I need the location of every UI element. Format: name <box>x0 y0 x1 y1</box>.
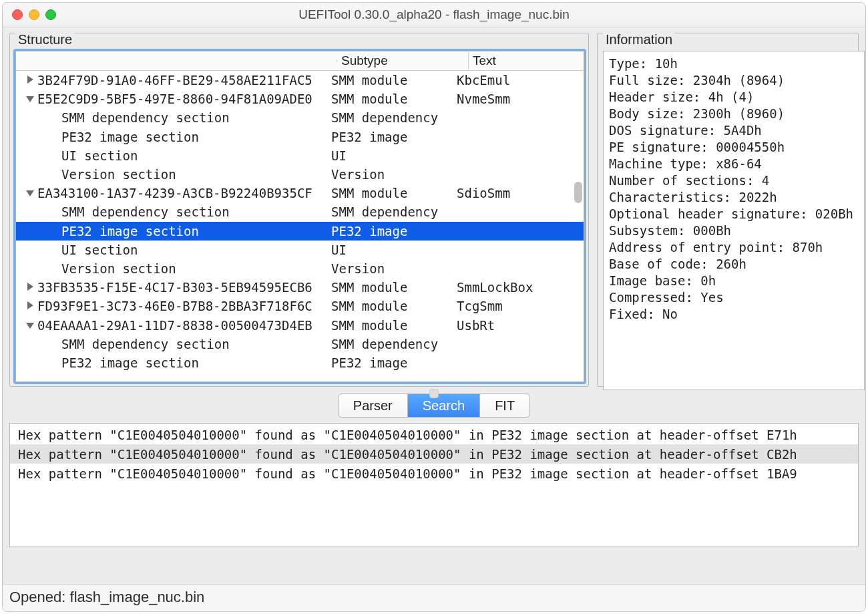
tree-header: Subtype Text <box>16 51 584 71</box>
tree-scrollbar-thumb[interactable] <box>574 182 582 203</box>
tree-row-subtype: Version <box>329 261 454 276</box>
tree-row-subtype: SMM dependency <box>329 204 454 219</box>
search-results[interactable]: Hex pattern "C1E0040504010000" found as … <box>9 423 859 547</box>
info-line: Image base: 0h <box>609 273 859 289</box>
chevron-right-icon[interactable] <box>24 75 36 86</box>
info-line: Subsystem: 000Bh <box>609 222 859 239</box>
tree-row-name: 3B24F79D-91A0-46FF-BE29-458AE211FAC5 <box>36 73 312 88</box>
info-line: Type: 10h <box>609 55 859 72</box>
tree-row-subtype: SMM module <box>329 299 454 313</box>
tree-row[interactable]: 04EAAAA1-29A1-11D7-8838-00500473D4EBSMM … <box>16 315 584 334</box>
info-line: Address of entry point: 870h <box>609 239 859 256</box>
tree-row-text: SmmLockBox <box>454 280 584 295</box>
tree-row[interactable]: UI sectionUI <box>16 241 584 259</box>
tree-row[interactable]: 33FB3535-F15E-4C17-B303-5EB94595ECB6SMM … <box>16 278 584 297</box>
chevron-right-icon[interactable] <box>24 301 36 311</box>
tree-row-text: TcgSmm <box>454 299 584 313</box>
info-line: Header size: 4h (4) <box>609 89 859 106</box>
pane-splitter[interactable]: Parser Search FIT <box>9 392 859 418</box>
info-line: Optional header signature: 020Bh <box>609 206 859 222</box>
structure-group: Structure Subtype Text 3B24F79D-91A0-46F… <box>9 33 589 387</box>
tree-row[interactable]: Version sectionVersion <box>16 259 584 278</box>
tree-row-name: PE32 image section <box>60 224 199 239</box>
tree-row-name: EA343100-1A37-4239-A3CB-B92240B935CF <box>36 186 312 200</box>
tree-row-text: SdioSmm <box>454 186 584 200</box>
tab-fit[interactable]: FIT <box>480 394 529 417</box>
information-panel: Type: 10hFull size: 2304h (8964)Header s… <box>603 51 865 390</box>
tree-row[interactable]: PE32 image sectionPE32 image <box>16 353 584 372</box>
tree-row[interactable]: SMM dependency sectionSMM dependency <box>16 202 584 221</box>
structure-tree[interactable]: Subtype Text 3B24F79D-91A0-46FF-BE29-458… <box>15 51 584 382</box>
tree-scrollbar[interactable] <box>574 72 582 381</box>
tree-row-subtype: Version <box>329 167 454 182</box>
information-group: Information Type: 10hFull size: 2304h (8… <box>597 33 859 387</box>
tree-row[interactable]: Version sectionVersion <box>16 165 584 184</box>
tree-row[interactable]: SMM dependency sectionSMM dependency <box>16 108 584 127</box>
tree-row-name: Version section <box>60 167 176 182</box>
chevron-right-icon[interactable] <box>24 282 36 293</box>
tree-row-subtype: SMM module <box>329 280 454 295</box>
content-area: Structure Subtype Text 3B24F79D-91A0-46F… <box>3 27 865 584</box>
tree-row-name: SMM dependency section <box>60 204 230 219</box>
tree-row[interactable]: 3B24F79D-91A0-46FF-BE29-458AE211FAC5SMM … <box>16 71 584 90</box>
information-title: Information <box>603 32 675 47</box>
tree-row[interactable]: UI sectionUI <box>16 146 584 165</box>
info-line: Number of sections: 4 <box>609 172 859 189</box>
col-header-subtype[interactable]: Subtype <box>337 52 469 69</box>
tree-row-text: NvmeSmm <box>454 92 584 106</box>
tree-row-subtype: SMM module <box>329 73 454 88</box>
tree-row-name: 33FB3535-F15E-4C17-B303-5EB94595ECB6 <box>36 280 312 295</box>
tab-parser[interactable]: Parser <box>339 394 408 417</box>
tree-row-name: UI section <box>60 148 138 163</box>
tree-row-name: SMM dependency section <box>60 337 230 351</box>
chevron-down-icon[interactable] <box>24 320 36 331</box>
tree-row[interactable]: E5E2C9D9-5BF5-497E-8860-94F81A09ADE0SMM … <box>16 90 584 108</box>
tree-row[interactable]: EA343100-1A37-4239-A3CB-B92240B935CFSMM … <box>16 184 584 202</box>
tree-row-name: PE32 image section <box>60 130 199 144</box>
tab-search[interactable]: Search <box>408 394 480 417</box>
tree-row-text: UsbRt <box>454 318 584 333</box>
tree-row-name: Version section <box>60 261 176 276</box>
app-window: UEFITool 0.30.0_alpha20 - flash_image_nu… <box>2 2 866 612</box>
info-line: Characteristics: 2022h <box>609 189 859 206</box>
chevron-down-icon[interactable] <box>24 188 36 198</box>
search-result-row[interactable]: Hex pattern "C1E0040504010000" found as … <box>10 444 858 464</box>
search-result-row[interactable]: Hex pattern "C1E0040504010000" found as … <box>10 425 858 444</box>
tree-row-subtype: UI <box>329 148 454 163</box>
info-line: PE signature: 00004550h <box>609 139 859 156</box>
tree-row-subtype: SMM module <box>329 92 454 106</box>
splitter-handle-icon[interactable] <box>429 389 439 398</box>
status-bar: Opened: flash_image_nuc.bin <box>3 584 865 611</box>
tree-row[interactable]: SMM dependency sectionSMM dependency <box>16 335 584 353</box>
tree-row-name: UI section <box>60 243 138 257</box>
status-text: Opened: flash_image_nuc.bin <box>9 589 204 605</box>
tree-row-subtype: SMM dependency <box>329 337 454 351</box>
tree-row-subtype: SMM module <box>329 318 454 333</box>
tree-row[interactable]: PE32 image sectionPE32 image <box>16 128 584 146</box>
info-line: Body size: 2300h (8960) <box>609 106 859 122</box>
tree-row-name: FD93F9E1-3C73-46E0-B7B8-2BBA3F718F6C <box>36 299 312 313</box>
tree-row[interactable]: PE32 image sectionPE32 image <box>16 222 584 241</box>
info-line: Base of code: 260h <box>609 256 859 273</box>
search-result-row[interactable]: Hex pattern "C1E0040504010000" found as … <box>10 464 858 483</box>
tree-row[interactable]: FD93F9E1-3C73-46E0-B7B8-2BBA3F718F6CSMM … <box>16 297 584 315</box>
tree-row-name: 04EAAAA1-29A1-11D7-8838-00500473D4EB <box>36 318 312 333</box>
titlebar[interactable]: UEFITool 0.30.0_alpha20 - flash_image_nu… <box>3 3 865 27</box>
tree-row-subtype: SMM module <box>329 186 454 200</box>
tree-row-subtype: SMM dependency <box>329 110 454 125</box>
col-header-text[interactable]: Text <box>469 52 584 69</box>
structure-title: Structure <box>15 32 75 47</box>
tree-row-text: KbcEmul <box>454 73 584 88</box>
info-line: Machine type: x86-64 <box>609 156 859 172</box>
chevron-down-icon[interactable] <box>24 94 36 104</box>
info-line: Fixed: No <box>609 306 859 323</box>
tree-row-subtype: PE32 image <box>329 355 454 370</box>
tree-row-name: SMM dependency section <box>60 110 230 125</box>
info-line: Full size: 2304h (8964) <box>609 72 859 89</box>
tree-row-name: PE32 image section <box>60 355 199 370</box>
tree-row-subtype: PE32 image <box>329 224 454 239</box>
info-line: Compressed: Yes <box>609 289 859 306</box>
col-header-name[interactable] <box>16 59 337 62</box>
window-title: UEFITool 0.30.0_alpha20 - flash_image_nu… <box>3 7 865 22</box>
tree-row-name: E5E2C9D9-5BF5-497E-8860-94F81A09ADE0 <box>36 92 312 106</box>
